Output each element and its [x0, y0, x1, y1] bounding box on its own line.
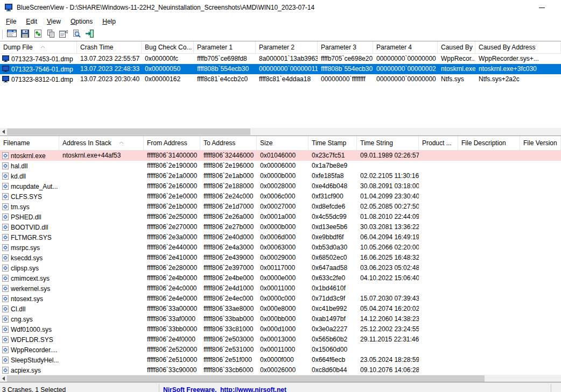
cell-time-stamp: 0x647aad58 — [308, 263, 357, 273]
column-header-caused-by-address[interactable]: Caused By Address — [475, 41, 561, 54]
bluescreenview-app-icon — [4, 4, 13, 12]
module-file-icon — [2, 183, 9, 190]
upper-scrollbar-thumb[interactable] — [7, 129, 250, 135]
module-row[interactable]: ntoskrnl.exentoskrnl.exe+44af53fffff806`… — [0, 151, 561, 161]
module-row[interactable]: SleepStudyHel...fffff806`2e510000fffff80… — [0, 355, 561, 365]
column-header-parameter-2[interactable]: Parameter 2 — [256, 41, 318, 54]
module-row[interactable]: clipsp.sysfffff806`2e280000fffff806`2e39… — [0, 263, 561, 273]
column-header-file-version[interactable]: File Version — [520, 136, 561, 151]
cell-file-version — [520, 232, 561, 243]
column-header-time-string[interactable]: Time String — [357, 136, 419, 151]
module-row[interactable]: werkernel.sysfffff806`2e4c0000fffff806`2… — [0, 283, 561, 294]
cell-file-version — [520, 222, 561, 232]
cell-file-version — [520, 212, 561, 222]
cell-file-version — [520, 324, 561, 334]
column-header-dump-file[interactable]: Dump File — [0, 41, 77, 54]
find-button[interactable] — [70, 28, 83, 40]
cell-product — [419, 232, 458, 243]
module-row[interactable]: WDFLDR.SYSfffff806`2e4f0000fffff806`2e50… — [0, 334, 561, 345]
column-header-label: Size — [260, 139, 272, 147]
cell-text: msrpc.sys — [11, 244, 40, 252]
module-row[interactable]: CI.dllfffff806`33a00000fffff806`33ae8000… — [0, 304, 561, 314]
column-header-caused-by[interactable]: Caused By ... — [438, 41, 475, 54]
column-header-file-description[interactable]: File Description — [458, 136, 520, 151]
column-header-bug-check-co[interactable]: Bug Check Co... — [142, 41, 194, 54]
crash-dump-row[interactable]: 071323-8312-01.dmp13.07.2023 20:30:400x0… — [0, 74, 561, 84]
module-row[interactable]: cmimcext.sysfffff806`2e4b0000fffff806`2e… — [0, 273, 561, 283]
column-header-label: Bug Check Co... — [145, 44, 192, 51]
cell-text: werkernel.sys — [11, 285, 50, 293]
module-row[interactable]: WppRecorder....fffff806`2e520000fffff806… — [0, 345, 561, 355]
minimize-button[interactable] — [529, 0, 554, 15]
cell-from-address: fffff806`31400000 — [144, 151, 200, 161]
cell-address-in-stack — [59, 314, 144, 324]
cell-filename: ntoskrnl.exe — [0, 151, 59, 161]
scroll-left-arrow-icon[interactable] — [0, 375, 7, 382]
cell-crash-time: 13.07.2023 22:55:57 — [77, 54, 142, 64]
column-header-parameter-3[interactable]: Parameter 3 — [318, 41, 373, 54]
column-header-time-stamp[interactable]: Time Stamp — [308, 136, 357, 151]
nirsoft-link[interactable]: NirSoft Freeware. http://www.nirsoft.net — [163, 386, 286, 392]
dump-properties-button[interactable] — [5, 28, 18, 40]
item-properties-button[interactable] — [57, 28, 70, 40]
cell-product — [419, 355, 458, 365]
module-row[interactable]: Wdf01000.sysfffff806`33bb0000fffff806`33… — [0, 324, 561, 334]
module-row[interactable]: FLTMGR.SYSfffff806`2e3a0000fffff806`2e40… — [0, 232, 561, 243]
module-row[interactable]: acpiex.sysfffff806`33c90000fffff806`33cb… — [0, 365, 561, 375]
column-header-label: To Address — [204, 139, 235, 147]
module-row[interactable]: tm.sysfffff806`2e1b0000fffff806`2e1d7000… — [0, 202, 561, 212]
menu-item-edit[interactable]: Edit — [21, 16, 42, 27]
lower-scrollbar-thumb[interactable] — [7, 375, 485, 382]
module-row[interactable]: ntosext.sysfffff806`2e4e0000fffff806`2e4… — [0, 294, 561, 304]
column-header-from-address[interactable]: From Address — [144, 136, 200, 151]
cell-to-address: fffff806`2e1ab000 — [200, 171, 257, 181]
menu-item-file[interactable]: File — [1, 16, 21, 27]
scroll-left-arrow-icon[interactable] — [0, 128, 7, 136]
cell-file-description — [458, 243, 520, 253]
menu-item-options[interactable]: Options — [66, 16, 97, 27]
exit-button[interactable] — [83, 28, 96, 40]
column-header-size[interactable]: Size — [257, 136, 308, 151]
menu-item-view[interactable]: View — [42, 16, 66, 27]
lower-horizontal-scrollbar[interactable] — [0, 375, 561, 382]
column-header-to-address[interactable]: To Address — [200, 136, 257, 151]
column-header-parameter-1[interactable]: Parameter 1 — [194, 41, 256, 54]
module-row[interactable]: msrpc.sysfffff806`2e440000fffff806`2e4a3… — [0, 243, 561, 253]
refresh-icon — [34, 30, 42, 39]
save-button[interactable] — [18, 28, 31, 40]
cell-size: 0x00117000 — [257, 263, 308, 273]
crash-dump-row[interactable]: 071323-7546-01.dmp13.07.2023 22:48:330x0… — [0, 64, 561, 74]
cell-filename: ksecdd.sys — [0, 253, 59, 263]
cell-time-string: 29.11.2015 22:31:46 — [357, 334, 419, 345]
module-file-icon — [2, 295, 9, 302]
module-row[interactable]: BOOTVID.dllfffff806`2e270000fffff806`2e2… — [0, 222, 561, 232]
column-header-crash-time[interactable]: Crash Time — [77, 41, 142, 54]
module-row[interactable]: PSHED.dllfffff806`2e250000fffff806`2e26a… — [0, 212, 561, 222]
module-row[interactable]: mcupdate_Aut...fffff806`2e160000fffff806… — [0, 181, 561, 191]
module-row[interactable]: CLFS.SYSfffff806`2e1e0000fffff806`2e24c0… — [0, 191, 561, 202]
crash-dump-row[interactable]: 071323-7453-01.dmp13.07.2023 22:55:570x0… — [0, 54, 561, 64]
module-file-icon — [2, 285, 9, 292]
cell-file-description — [458, 273, 520, 283]
cell-size: 0x00011000 — [257, 345, 308, 355]
cell-from-address: fffff806`2e520000 — [144, 345, 200, 355]
cell-size: 0x01046000 — [257, 151, 308, 161]
module-row[interactable]: cng.sysfffff806`33af0000fffff806`33bab00… — [0, 314, 561, 324]
cell-filename: cmimcext.sys — [0, 273, 59, 283]
column-header-filename[interactable]: Filename — [0, 136, 59, 151]
copy-button[interactable] — [44, 28, 57, 40]
module-row[interactable]: kd.dllfffff806`2e1a0000fffff806`2e1ab000… — [0, 171, 561, 181]
column-header-address-in-stack[interactable]: Address In Stack — [59, 136, 144, 151]
column-header-parameter-4[interactable]: Parameter 4 — [373, 41, 438, 54]
cell-parameter-1: ffff8c81`e4ccb2c0 — [194, 74, 256, 84]
refresh-button[interactable] — [31, 28, 44, 40]
column-header-product[interactable]: Product ... — [419, 136, 458, 151]
cell-time-string — [357, 345, 419, 355]
module-row[interactable]: ksecdd.sysfffff806`2e410000fffff806`2e43… — [0, 253, 561, 263]
cell-file-description — [458, 171, 520, 181]
menu-item-help[interactable]: Help — [97, 16, 121, 27]
module-file-icon — [2, 346, 9, 353]
upper-horizontal-scrollbar[interactable] — [0, 128, 561, 136]
cell-address-in-stack — [59, 304, 144, 314]
module-row[interactable]: hal.dllfffff806`2e190000fffff806`2e19600… — [0, 161, 561, 171]
